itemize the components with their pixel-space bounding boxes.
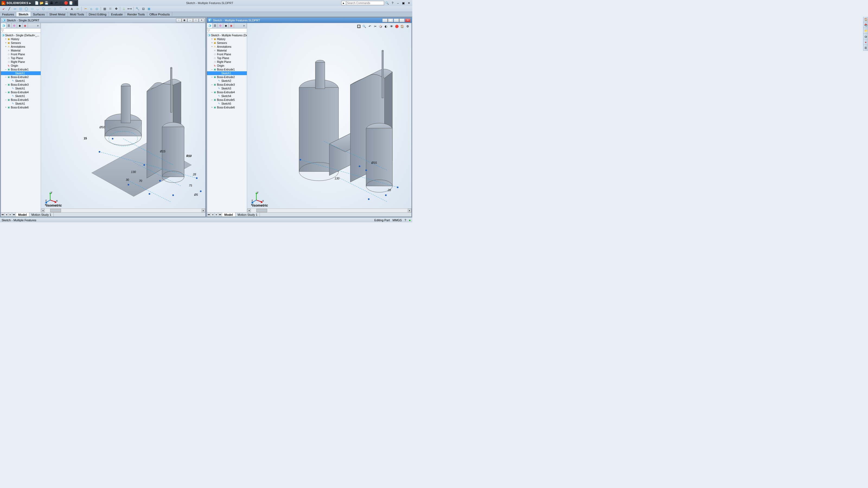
- plane-icon[interactable]: ▱: [75, 6, 80, 11]
- mirror-icon[interactable]: ▥: [102, 6, 107, 11]
- tree-item[interactable]: +▣Sensors: [1, 41, 41, 45]
- tree-filter-left[interactable]: ▽: [1, 29, 41, 33]
- tree-item[interactable]: –▣Boss-Extrude3: [207, 83, 247, 87]
- status-rebuild-icon[interactable]: ●: [409, 219, 411, 222]
- tree-item[interactable]: ↳Origin: [207, 64, 247, 67]
- tree-item[interactable]: +AAnnotations: [1, 45, 41, 48]
- nav-next-icon[interactable]: ▸: [8, 213, 12, 217]
- nav-prev-icon[interactable]: ◂: [5, 213, 8, 217]
- tree-tab-property-icon[interactable]: ☰: [212, 23, 218, 28]
- viewport-single-icon[interactable]: ▫: [382, 19, 388, 22]
- view-triad-left[interactable]: yxz: [45, 191, 58, 204]
- repair-icon[interactable]: 🔧: [135, 6, 140, 11]
- tree-item[interactable]: ◇Front Plane: [207, 52, 247, 56]
- tree-tab-property-icon[interactable]: ☰: [6, 23, 12, 28]
- arc-icon[interactable]: ◡: [35, 6, 40, 11]
- scroll-right-icon[interactable]: ▸: [408, 209, 411, 212]
- bottom-tab-motion[interactable]: Motion Study 1: [29, 213, 54, 217]
- quick-snap-icon[interactable]: ⊡: [141, 6, 146, 11]
- nav-last-icon[interactable]: ⏭: [12, 213, 16, 217]
- rect-dd-icon[interactable]: ◫: [18, 6, 23, 11]
- open-icon[interactable]: 📂: [40, 1, 44, 5]
- tree-item[interactable]: ✎Sketch1: [1, 94, 41, 98]
- viewport-single-icon[interactable]: ▫: [176, 19, 182, 22]
- rebuild-icon[interactable]: 🔴: [64, 1, 68, 5]
- tab-direct-editing[interactable]: Direct Editing: [87, 12, 109, 17]
- offset-icon[interactable]: ◎: [94, 6, 99, 11]
- tree-tab-dimxpert-icon[interactable]: ◆: [17, 23, 23, 28]
- tree-item[interactable]: ◇Right Plane: [1, 60, 41, 64]
- tree-tab-feature-icon[interactable]: 🧊: [1, 23, 6, 28]
- status-help-icon[interactable]: ?: [404, 219, 406, 222]
- model-view-left[interactable]: Ø50 15 130 30 70 28 75 Ø5 Ø15 R10: [41, 23, 205, 212]
- sketch-exit-icon[interactable]: ↙: [1, 6, 6, 11]
- save-icon[interactable]: 💾: [44, 1, 49, 5]
- doc-maximize-icon[interactable]: □: [193, 19, 198, 22]
- tree-root[interactable]: 🧊Sketch - Multiple Features (Default<_..…: [207, 33, 247, 37]
- bottom-tab-motion[interactable]: Motion Study 1: [236, 213, 260, 217]
- tree-item[interactable]: ✎Sketch1: [1, 102, 41, 105]
- options-icon[interactable]: 📑: [69, 1, 73, 5]
- viewport-multi-icon[interactable]: ▦: [388, 19, 393, 22]
- tree-item[interactable]: +▣History: [207, 37, 247, 41]
- tree-tab-dimxpert-icon[interactable]: ◆: [223, 23, 229, 28]
- tab-office-products[interactable]: Office Products: [147, 12, 172, 17]
- nav-first-icon[interactable]: ⏮: [207, 213, 211, 217]
- tab-sketch[interactable]: Sketch: [16, 12, 31, 17]
- search-input[interactable]: [346, 1, 384, 5]
- tree-item[interactable]: ✎Sketch1: [1, 71, 41, 75]
- tree-item[interactable]: +▣History: [1, 37, 41, 41]
- chevron-right-icon[interactable]: ▶: [29, 2, 31, 4]
- line-icon[interactable]: ╱: [7, 6, 12, 11]
- text-icon[interactable]: A: [69, 6, 74, 11]
- help-icon[interactable]: ?: [390, 1, 395, 5]
- pattern-icon[interactable]: ⁝⁝: [108, 6, 113, 11]
- tree-item[interactable]: ◇Front Plane: [1, 52, 41, 56]
- view-triad-right[interactable]: yxz: [251, 191, 265, 204]
- nav-prev-icon[interactable]: ◂: [211, 213, 215, 217]
- nav-last-icon[interactable]: ⏭: [218, 213, 222, 217]
- tab-sheet-metal[interactable]: Sheet Metal: [47, 12, 68, 17]
- tree-item[interactable]: –▣Boss-Extrude1: [1, 67, 41, 71]
- tree-item[interactable]: –▣Boss-Extrude4: [1, 90, 41, 94]
- tree-item[interactable]: +▣Boss-Extrude6: [207, 105, 247, 109]
- tree-filter-right[interactable]: ▽: [207, 29, 247, 33]
- tree-item[interactable]: –▣Boss-Extrude4: [207, 90, 247, 94]
- tree-item[interactable]: +▣Sensors: [207, 41, 247, 45]
- tree-item[interactable]: –▣Boss-Extrude3: [1, 83, 41, 87]
- print-icon[interactable]: 🖶: [50, 1, 54, 5]
- tree-expand-icon[interactable]: »: [241, 23, 247, 28]
- h-scrollbar-left[interactable]: ◂ ▸: [41, 208, 205, 212]
- relations-icon[interactable]: ⊥: [122, 6, 126, 11]
- doc-maximize-icon[interactable]: □: [399, 19, 405, 22]
- tree-item[interactable]: ◇Top Plane: [207, 56, 247, 60]
- tree-tab-display-icon[interactable]: ◉: [229, 23, 234, 28]
- nav-next-icon[interactable]: ▸: [215, 213, 218, 217]
- tree-item[interactable]: ✎Sketch1: [207, 71, 247, 75]
- tree-item[interactable]: +▣Boss-Extrude6: [1, 105, 41, 109]
- new-doc-icon[interactable]: 📄: [35, 1, 39, 5]
- viewport-multi-icon[interactable]: ▦: [182, 19, 187, 22]
- tree-tab-config-icon[interactable]: ⚙: [12, 23, 17, 28]
- doc-close-icon[interactable]: ✕: [199, 19, 204, 22]
- nav-first-icon[interactable]: ⏮: [1, 213, 5, 217]
- tree-tab-feature-icon[interactable]: 🧊: [207, 23, 212, 28]
- h-scrollbar-right[interactable]: ◂ ▸: [247, 208, 411, 212]
- tab-evaluate[interactable]: Evaluate: [109, 12, 125, 17]
- tree-expand-icon[interactable]: »: [35, 23, 41, 28]
- search-icon[interactable]: 🔍: [384, 1, 390, 5]
- tree-item[interactable]: +AAnnotations: [207, 45, 247, 48]
- minimize-icon[interactable]: –: [396, 1, 400, 5]
- tree-item[interactable]: ◇Right Plane: [207, 60, 247, 64]
- rectangle-icon[interactable]: ▭: [12, 6, 18, 11]
- slot-icon[interactable]: ⬭: [30, 6, 34, 11]
- spline-icon[interactable]: 〰: [46, 6, 52, 11]
- doc-minimize-icon[interactable]: –: [187, 19, 193, 22]
- tree-item[interactable]: –▣Boss-Extrude2: [1, 75, 41, 79]
- tree-root[interactable]: 🧊Sketch - Single (Default<_...: [1, 33, 41, 37]
- tree-item[interactable]: ✎Sketch1: [1, 79, 41, 83]
- ellipse-icon[interactable]: ⬯: [52, 6, 57, 11]
- scroll-left-icon[interactable]: ◂: [41, 209, 45, 212]
- tree-item[interactable]: –▣Boss-Extrude2: [207, 75, 247, 79]
- tree-item[interactable]: ✎Sketch5: [207, 102, 247, 105]
